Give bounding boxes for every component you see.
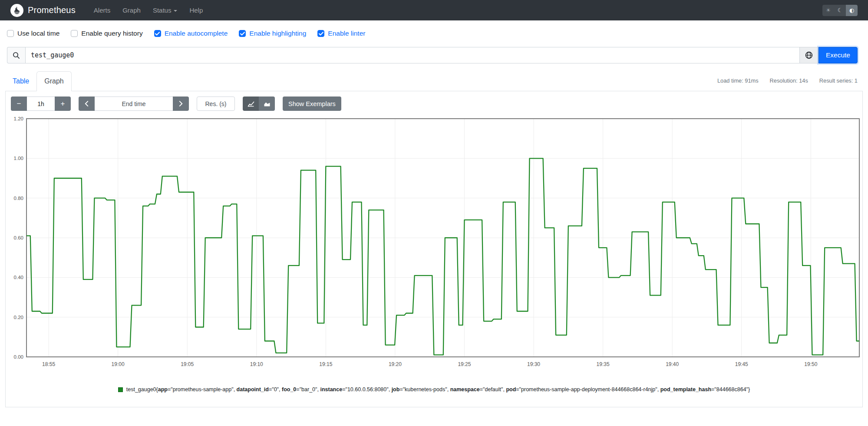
x-axis-tick-label: 19:40 — [666, 361, 679, 367]
x-axis-tick-label: 19:50 — [804, 361, 817, 367]
y-axis-tick-label: 0.80 — [14, 196, 23, 201]
range-input[interactable] — [27, 97, 55, 111]
y-axis-tick-label: 0.60 — [14, 235, 23, 240]
x-axis-tick-label: 19:05 — [181, 361, 194, 367]
option-label: Use local time — [17, 30, 59, 37]
stacked-chart-icon-button[interactable] — [259, 97, 275, 111]
range-control: − + — [11, 97, 71, 111]
result-tabs: Table Graph Load time: 91ms Resolution: … — [5, 71, 863, 91]
chart-type-toggle — [243, 97, 275, 111]
prometheus-brand[interactable]: Prometheus — [10, 4, 76, 17]
series-line — [26, 158, 859, 355]
range-increase-button[interactable]: + — [55, 97, 71, 111]
y-axis-tick-label: 0.00 — [14, 354, 23, 359]
tab-graph[interactable]: Graph — [36, 71, 71, 91]
navbar: Prometheus AlertsGraphStatusHelp ☀☾◐ — [0, 0, 868, 20]
time-forward-button[interactable] — [173, 97, 189, 111]
nav-item-alerts[interactable]: Alerts — [88, 7, 116, 14]
end-time-input[interactable] — [95, 97, 173, 111]
checkbox-checked-icon[interactable] — [317, 30, 324, 37]
x-axis-tick-label: 19:45 — [735, 361, 748, 367]
chevron-down-icon — [174, 10, 177, 12]
option-label: Enable autocomplete — [165, 30, 228, 37]
range-decrease-button[interactable]: − — [11, 97, 27, 111]
nav-item-graph[interactable]: Graph — [116, 7, 147, 14]
checkbox-unchecked-icon[interactable] — [71, 30, 78, 37]
y-axis-tick-label: 1.20 — [14, 116, 23, 121]
resolution-input[interactable] — [197, 97, 235, 111]
query-stats: Load time: 91ms Resolution: 14s Result s… — [717, 77, 863, 91]
x-axis-tick-label: 19:15 — [319, 361, 332, 367]
tab-table[interactable]: Table — [5, 72, 36, 91]
search-icon — [7, 47, 25, 63]
x-axis-tick-label: 19:20 — [389, 361, 402, 367]
option-use-local-time[interactable]: Use local time — [7, 30, 59, 37]
graph-controls: − + Show Exemplars — [6, 97, 862, 111]
moon-icon[interactable]: ☾ — [834, 5, 846, 16]
main-nav: AlertsGraphStatusHelp — [88, 0, 209, 20]
stat-load-time: Load time: 91ms — [717, 77, 759, 84]
series-label: test_gauge0{app="prometheus-sample-app",… — [126, 386, 750, 393]
metrics-explorer-globe-button[interactable] — [799, 47, 818, 63]
graph-canvas[interactable]: 0.000.200.400.600.801.001.2018:5519:0019… — [11, 114, 867, 375]
x-axis-tick-label: 19:25 — [458, 361, 471, 367]
show-exemplars-button[interactable]: Show Exemplars — [283, 97, 341, 111]
x-axis-tick-label: 19:30 — [527, 361, 540, 367]
stat-result-series: Result series: 1 — [819, 77, 858, 84]
option-enable-query-history[interactable]: Enable query history — [71, 30, 142, 37]
stat-resolution: Resolution: 14s — [770, 77, 808, 84]
x-axis-tick-label: 19:10 — [250, 361, 263, 367]
x-axis-tick-label: 19:00 — [112, 361, 125, 367]
prometheus-logo-icon — [10, 4, 23, 17]
option-enable-autocomplete[interactable]: Enable autocomplete — [154, 30, 228, 37]
x-axis-tick-label: 19:35 — [597, 361, 610, 367]
option-label: Enable highlighting — [249, 30, 306, 37]
app-title: Prometheus — [28, 5, 76, 15]
y-axis-tick-label: 0.40 — [14, 275, 23, 280]
option-enable-linter[interactable]: Enable linter — [317, 30, 365, 37]
option-label: Enable linter — [328, 30, 365, 37]
query-bar: Execute — [7, 47, 858, 63]
checkbox-checked-icon[interactable] — [154, 30, 161, 37]
sun-icon[interactable]: ☀ — [822, 5, 834, 16]
theme-toggle-group: ☀☾◐ — [822, 5, 858, 16]
series-color-swatch — [118, 387, 123, 392]
time-back-button[interactable] — [79, 97, 95, 111]
y-axis-tick-label: 1.00 — [14, 156, 23, 161]
x-axis-tick-label: 18:55 — [42, 361, 55, 367]
nav-item-help[interactable]: Help — [183, 7, 209, 14]
option-label: Enable query history — [81, 30, 142, 37]
line-chart-icon-button[interactable] — [243, 97, 259, 111]
half-circle-icon[interactable]: ◐ — [846, 5, 858, 16]
execute-button[interactable]: Execute — [818, 47, 858, 63]
query-options-row: Use local timeEnable query historyEnable… — [0, 20, 868, 37]
query-expression-input[interactable] — [25, 47, 799, 63]
y-axis-tick-label: 0.20 — [14, 315, 23, 320]
graph-panel: − + Show Exemplars 0.000.200.400.600.801… — [5, 91, 863, 407]
option-enable-highlighting[interactable]: Enable highlighting — [239, 30, 306, 37]
checkbox-checked-icon[interactable] — [239, 30, 246, 37]
legend-item[interactable]: test_gauge0{app="prometheus-sample-app",… — [6, 386, 862, 393]
end-time-control — [79, 97, 189, 111]
checkbox-unchecked-icon[interactable] — [7, 30, 14, 37]
nav-item-status[interactable]: Status — [147, 7, 184, 14]
